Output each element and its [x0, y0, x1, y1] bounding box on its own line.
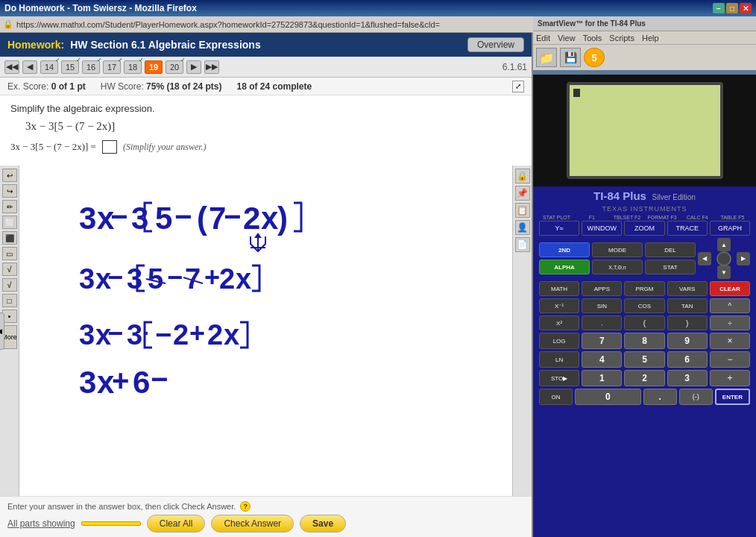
btn-mode[interactable]: MODE [592, 242, 643, 257]
btn-xtn[interactable]: X,T,Θ,n [592, 260, 643, 274]
nav-num-15[interactable]: 15 [61, 60, 79, 74]
btn-9[interactable]: 9 [667, 333, 708, 349]
btn-vars[interactable]: VARS [667, 281, 708, 296]
btn-2nd[interactable]: 2ND [539, 242, 590, 257]
btn-yfunc[interactable]: Y= [539, 221, 579, 236]
btn-2[interactable]: 2 [624, 370, 664, 386]
answer-input-box[interactable] [102, 140, 117, 154]
btn-lparen[interactable]: ( [624, 315, 664, 330]
tool-undo[interactable]: ↩ [2, 169, 17, 182]
btn-trace[interactable]: TRACE [667, 221, 708, 236]
maximize-button[interactable]: □ [726, 3, 738, 13]
dpad-right[interactable]: ▶ [737, 252, 750, 266]
tool-sqrt[interactable]: √ [2, 263, 17, 276]
btn-enter[interactable]: ENTER [715, 389, 750, 405]
btn-sin[interactable]: SIN [582, 298, 622, 313]
expand-button[interactable]: ⤢ [512, 81, 524, 92]
btn-4[interactable]: 4 [582, 351, 622, 368]
smartview-label: SmartView™ for the TI-84 Plus [538, 19, 646, 28]
calculator-panel: TI-84 Plus Silver Edition TEXAS INSTRUME… [533, 75, 756, 537]
tool-select[interactable]: ⬛ [2, 231, 17, 245]
nav-num-16[interactable]: 16 [82, 60, 100, 74]
tool-pen[interactable]: ✏ [2, 200, 17, 213]
btn-decimal[interactable]: . [643, 389, 677, 405]
sq-row: X² , ( ) ÷ [539, 315, 750, 330]
btn-ln[interactable]: LN [539, 351, 579, 368]
btn-rparen[interactable]: ) [667, 315, 708, 330]
handwriting-canvas[interactable]: 3 x − 3 5 − ( 7 − 2 x ) [19, 166, 512, 496]
btn-3[interactable]: 3 [667, 370, 708, 386]
btn-log[interactable]: LOG [539, 333, 579, 349]
btn-neg[interactable]: (-) [679, 389, 713, 405]
overview-button[interactable]: Overview [467, 37, 524, 52]
tool-lock[interactable]: 🔒 [515, 169, 530, 183]
tool-doc[interactable]: 📄 [515, 237, 530, 252]
side-tab[interactable]: ◀ [0, 313, 4, 350]
tool-box[interactable]: □ [2, 294, 17, 307]
minimize-button[interactable]: − [713, 3, 725, 13]
save-button[interactable]: Save [300, 515, 346, 533]
btn-7[interactable]: 7 [582, 333, 622, 349]
on-row: ON 0 . (-) ENTER [539, 389, 750, 405]
nav-num-14[interactable]: 14 [40, 60, 58, 74]
svg-text:−: − [224, 200, 241, 233]
btn-6[interactable]: 6 [667, 351, 708, 368]
tool-eraser[interactable]: ⬜ [2, 216, 17, 229]
btn-8[interactable]: 8 [624, 333, 664, 349]
help-icon[interactable]: ? [240, 501, 251, 512]
btn-5[interactable]: 5 [624, 351, 664, 368]
dpad-down[interactable]: ▼ [717, 266, 731, 279]
btn-xinv[interactable]: X⁻¹ [539, 298, 579, 313]
tool-pin[interactable]: 📌 [515, 186, 530, 201]
close-button[interactable]: ✕ [740, 3, 752, 13]
btn-window[interactable]: WINDOW [582, 221, 622, 236]
tool-redo[interactable]: ↪ [2, 184, 17, 198]
btn-alpha[interactable]: ALPHA [539, 260, 590, 274]
right-toolbar: 🔒 📌 📋 👤 📄 [512, 166, 532, 496]
tool-shapes[interactable]: ▭ [2, 247, 17, 260]
nav-num-17[interactable]: 17 [103, 60, 121, 74]
nav-num-19[interactable]: 19 [145, 60, 163, 74]
btn-mult[interactable]: × [710, 333, 750, 349]
btn-prgm[interactable]: PRGM [624, 281, 664, 296]
nav-num-20[interactable]: 20 [166, 60, 183, 74]
nav-num-18[interactable]: 18 [124, 60, 142, 74]
nav-prev-skip[interactable]: ◀◀ [4, 60, 19, 74]
dpad-center[interactable] [716, 251, 731, 266]
btn-power[interactable]: ^ [710, 298, 750, 313]
nav-prev[interactable]: ◀ [22, 60, 37, 74]
top-button-row: Y= WINDOW ZOOM TRACE GRAPH [539, 221, 750, 236]
dpad-up[interactable]: ▲ [717, 238, 731, 251]
btn-div[interactable]: ÷ [710, 315, 750, 330]
btn-xsq[interactable]: X² [539, 315, 579, 330]
btn-plus[interactable]: + [710, 370, 750, 386]
btn-sto[interactable]: STO▶ [539, 370, 579, 386]
btn-clear[interactable]: CLEAR [710, 281, 750, 296]
btn-0[interactable]: 0 [575, 389, 640, 405]
check-answer-button[interactable]: Check Answer [211, 515, 294, 533]
progress: 18 of 24 complete [236, 81, 312, 92]
nav-next[interactable]: ▶ [186, 60, 201, 74]
btn-stat[interactable]: STAT [645, 260, 696, 274]
btn-zoom[interactable]: ZOOM [624, 221, 664, 236]
btn-del[interactable]: DEL [645, 242, 696, 257]
btn-graph[interactable]: GRAPH [710, 221, 750, 236]
btn-on[interactable]: ON [539, 389, 573, 405]
btn-1[interactable]: 1 [582, 370, 622, 386]
btn-apps[interactable]: APPS [582, 281, 622, 296]
tool-sqrt2[interactable]: √ [2, 278, 17, 292]
footer-buttons: All parts showing Clear All Check Answer… [7, 515, 524, 533]
nav-next-skip[interactable]: ▶▶ [204, 60, 219, 74]
url-display[interactable]: https://www.mathxl.com/Student/PlayerHom… [16, 20, 440, 29]
btn-minus[interactable]: − [710, 351, 750, 368]
tool-clip[interactable]: 📋 [515, 203, 530, 218]
tool-user[interactable]: 👤 [515, 220, 530, 235]
btn-cos[interactable]: COS [624, 298, 664, 313]
btn-math[interactable]: MATH [539, 281, 579, 296]
clear-all-button[interactable]: Clear All [147, 515, 206, 533]
footer-hint: Enter your answer in the answer box, the… [7, 501, 524, 512]
dpad-left[interactable]: ◀ [698, 252, 711, 266]
math-row: MATH APPS PRGM VARS CLEAR [539, 281, 750, 296]
btn-tan[interactable]: TAN [667, 298, 708, 313]
btn-comma[interactable]: , [582, 315, 622, 330]
